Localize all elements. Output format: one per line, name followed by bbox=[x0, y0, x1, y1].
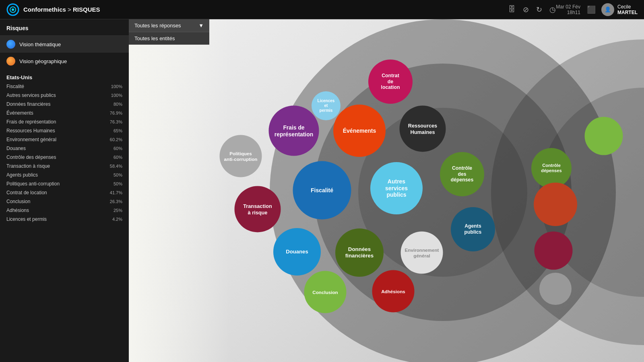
dropdown-button[interactable]: Toutes les réponses ▼ bbox=[129, 19, 209, 32]
bubble-green-far-right[interactable] bbox=[585, 117, 623, 155]
list-item-label: Événements bbox=[6, 110, 33, 116]
vision-geographique-label: Vision géographique bbox=[19, 58, 67, 64]
list-item-label: Autres services publics bbox=[6, 93, 56, 98]
bubble-label-transaction-risque: Transactionà risque bbox=[242, 202, 274, 217]
sidebar: Risques Vision thématique Vision géograp… bbox=[0, 19, 129, 362]
bubble-politiques-anti-corruption[interactable]: Politiquesanti-corruption bbox=[220, 135, 262, 177]
list-item[interactable]: Douanes60% bbox=[0, 144, 129, 153]
list-item[interactable]: Contrôle des dépenses60% bbox=[0, 153, 129, 162]
list-item[interactable]: Transaction à risque58.4% bbox=[0, 162, 129, 171]
bubble-label-evenements: Événements bbox=[341, 126, 378, 136]
list-item[interactable]: Autres services publics100% bbox=[0, 91, 129, 100]
list-item[interactable]: Adhésions25% bbox=[0, 206, 129, 215]
list-item-pct: 100% bbox=[111, 84, 122, 89]
bubble-label-controle-depenses: Contrôledesdépenses bbox=[449, 164, 475, 185]
bubble-adhesions[interactable]: Adhésions bbox=[372, 270, 415, 313]
country-label: Etats-Unis bbox=[0, 70, 129, 82]
database-icon[interactable]: 🗄 bbox=[508, 5, 516, 14]
bubble-frais-representation[interactable]: Frais dereprésentation bbox=[269, 106, 319, 156]
sidebar-item-vision-thematique[interactable]: Vision thématique bbox=[0, 36, 129, 53]
list-item-pct: 60.2% bbox=[110, 137, 122, 142]
list-item-label: Conclusion bbox=[6, 199, 30, 204]
bubble-label-environnement-general: Environnementgénéral bbox=[403, 245, 441, 260]
bubble-label-frais-representation: Frais dereprésentation bbox=[273, 122, 315, 139]
bubble-red-right[interactable] bbox=[534, 183, 577, 226]
list-item-label: Politiques anti-corruption bbox=[6, 181, 60, 187]
list-item[interactable]: Environnement général60.2% bbox=[0, 135, 129, 144]
list-item[interactable]: Licences et permis4.2% bbox=[0, 215, 129, 224]
bubble-fiscalite[interactable]: Fiscalité bbox=[293, 161, 351, 220]
bubble-transaction-risque[interactable]: Transactionà risque bbox=[235, 186, 281, 232]
list-item-label: Transaction à risque bbox=[6, 163, 50, 169]
bubble-donnees-financieres[interactable]: Donnéesfinancières bbox=[335, 228, 384, 277]
bubble-controle-depenses[interactable]: Contrôledesdépenses bbox=[440, 152, 484, 196]
list-item-label: Contrôle des dépenses bbox=[6, 154, 56, 160]
list-item-label: Frais de représentation bbox=[6, 119, 56, 125]
clock-icon[interactable]: ◷ bbox=[549, 5, 556, 14]
header-toolbar: 🗄 ⊘ ↻ ◷ bbox=[508, 5, 556, 14]
list-item-pct: 58.4% bbox=[110, 164, 122, 169]
dropdown-selected: Toutes les réponses bbox=[134, 23, 181, 29]
avatar: 👤 bbox=[601, 3, 614, 16]
bubble-label-adhesions: Adhésions bbox=[380, 287, 407, 296]
list-item-pct: 50% bbox=[114, 181, 122, 186]
list-item-pct: 26.3% bbox=[110, 199, 122, 204]
vision-thematique-label: Vision thématique bbox=[19, 41, 61, 47]
screen-icon[interactable]: ⬛ bbox=[587, 5, 596, 14]
list-item[interactable]: Données financières80% bbox=[0, 100, 129, 109]
bubble-licences-permis[interactable]: Licencesetpermis bbox=[312, 91, 341, 120]
list-item[interactable]: Frais de représentation76.3% bbox=[0, 117, 129, 126]
bubble-dark-red-right[interactable] bbox=[535, 232, 573, 270]
visualization-area: ContratdelocationLicencesetpermisÉvéneme… bbox=[129, 19, 644, 362]
speedometer-icon[interactable]: ⊘ bbox=[523, 5, 529, 14]
bubble-gray-right[interactable] bbox=[539, 273, 572, 305]
bubble-label-agents-publics: Agentspublics bbox=[463, 222, 483, 237]
bubble-autres-services-publics[interactable]: Autresservicespublics bbox=[370, 162, 423, 214]
bubble-agents-publics[interactable]: Agentspublics bbox=[451, 207, 495, 251]
list-item[interactable]: Agents publics50% bbox=[0, 171, 129, 179]
sidebar-item-vision-geographique[interactable]: Vision géographique bbox=[0, 53, 129, 70]
list-item-pct: 60% bbox=[114, 155, 122, 160]
logo-icon bbox=[6, 3, 19, 16]
refresh-icon[interactable]: ↻ bbox=[536, 5, 542, 14]
list-item-pct: 76.9% bbox=[110, 111, 122, 115]
bubble-ressources-humaines[interactable]: RessourcesHumaines bbox=[400, 106, 446, 152]
list-item-label: Fiscalité bbox=[6, 84, 24, 89]
list-item[interactable]: Contrat de location41.7% bbox=[0, 188, 129, 197]
user-name: CecileMARTEL bbox=[617, 4, 638, 15]
bubble-label-licences-permis: Licencesetpermis bbox=[316, 97, 336, 115]
bubble-douanes[interactable]: Douanes bbox=[273, 228, 321, 276]
dropdown-option-1[interactable]: Toutes les entités bbox=[129, 32, 209, 45]
bubble-label-fiscalite: Fiscalité bbox=[309, 185, 335, 195]
bubble-contrat-location[interactable]: Contratdelocation bbox=[368, 60, 413, 104]
bubble-label-contrat-location: Contratdelocation bbox=[380, 71, 402, 92]
list-item[interactable]: Fiscalité100% bbox=[0, 82, 129, 91]
bubble-environnement-general[interactable]: Environnementgénéral bbox=[401, 232, 443, 274]
list-item-label: Douanes bbox=[6, 146, 26, 151]
bubble-conclusion[interactable]: Conclusion bbox=[304, 271, 347, 313]
list-item-pct: 60% bbox=[114, 146, 122, 151]
dropdown-area: Toutes les réponses ▼ Toutes les entités bbox=[129, 19, 209, 45]
list-item-pct: 76.3% bbox=[110, 119, 122, 124]
list-item[interactable]: Politiques anti-corruption50% bbox=[0, 179, 129, 188]
bubble-label-politiques-anti-corruption: Politiquesanti-corruption bbox=[223, 149, 259, 163]
bubble-label-green-far-right bbox=[602, 134, 605, 138]
list-item[interactable]: Événements76.9% bbox=[0, 109, 129, 117]
list-item[interactable]: Conclusion26.3% bbox=[0, 197, 129, 206]
svg-point-2 bbox=[12, 8, 14, 11]
bubble-label-conclusion: Conclusion bbox=[311, 288, 339, 296]
datetime-display: Mar 02 Fév 18h11 bbox=[556, 4, 580, 15]
dropdown-arrow-icon: ▼ bbox=[198, 23, 204, 29]
list-item-label: Agents publics bbox=[6, 172, 38, 178]
bubble-evenements[interactable]: Événements bbox=[333, 105, 386, 157]
bubble-controle-depenses-right[interactable]: Contrôledépenses bbox=[531, 148, 572, 188]
bubble-label-controle-depenses-right: Contrôledépenses bbox=[539, 161, 563, 175]
list-item-label: Données financières bbox=[6, 101, 50, 107]
list-item-pct: 100% bbox=[111, 93, 122, 98]
bubble-label-ressources-humaines: RessourcesHumaines bbox=[407, 121, 439, 137]
risk-list: Fiscalité100%Autres services publics100%… bbox=[0, 82, 129, 224]
brand-label: Conformethics > RISQUES bbox=[23, 6, 100, 13]
list-item[interactable]: Ressources Humaines65% bbox=[0, 126, 129, 135]
list-item-pct: 41.7% bbox=[110, 190, 122, 195]
list-item-label: Adhésions bbox=[6, 208, 29, 213]
